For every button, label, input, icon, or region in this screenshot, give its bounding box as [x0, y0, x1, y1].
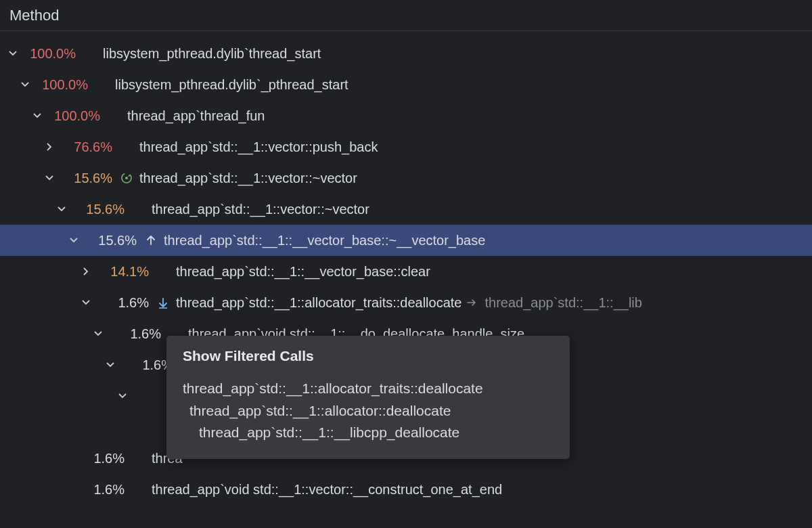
percent: 14.1% [95, 264, 153, 280]
arrow-down-icon [153, 296, 173, 309]
tooltip-line: thread_app`std::__1::__libcpp_deallocate [183, 422, 554, 444]
tree-row[interactable]: 15.6% thread_app`std::__1::vector::~vect… [0, 194, 812, 225]
tree-row[interactable]: 76.6% thread_app`std::__1::vector::push_… [0, 131, 812, 162]
method-name: thread_app`void std::__1::vector::__cons… [149, 482, 502, 498]
method-name: thread_app`thread_fun [125, 108, 265, 124]
chevron-down-icon[interactable] [114, 391, 131, 401]
chevron-down-icon[interactable] [65, 236, 83, 245]
method-name: thread_app`std::__1::vector::push_back [137, 139, 378, 155]
percent: 76.6% [58, 139, 116, 155]
tree-row[interactable]: 14.1% thread_app`std::__1::__vector_base… [0, 256, 812, 287]
percent: 1.6% [95, 295, 153, 311]
arrow-up-icon [141, 234, 161, 246]
tree-row[interactable]: 100.0% libsystem_pthread.dylib`thread_st… [0, 38, 812, 69]
method-name: libsystem_pthread.dylib`_pthread_start [112, 77, 348, 93]
chevron-down-icon[interactable] [102, 360, 119, 370]
method-name: thread_app`std::__1::__vector_base::clea… [173, 264, 430, 280]
method-name: thread_app`std::__1::allocator_traits::d… [173, 295, 462, 311]
method-name: thread_app`std::__1::__vector_base::~__v… [161, 233, 485, 248]
chevron-down-icon[interactable] [16, 80, 34, 89]
method-tail: thread_app`std::__1::__lib [481, 295, 642, 311]
tree-row[interactable]: 1.6% thread_app`std::__1::allocator_trai… [0, 287, 812, 318]
percent: 100.0% [22, 46, 80, 62]
tree-row[interactable]: 100.0% libsystem_pthread.dylib`_pthread_… [0, 69, 812, 100]
percent: 15.6% [70, 202, 129, 217]
profiler-panel: Method 100.0% libsystem_pthread.dylib`th… [0, 0, 812, 528]
chevron-down-icon[interactable] [4, 49, 22, 58]
chevron-down-icon[interactable] [41, 173, 58, 183]
chevron-down-icon[interactable] [77, 298, 95, 307]
arrow-right-icon [462, 297, 481, 308]
method-name: thread_app`std::__1::vector::~vector [137, 171, 357, 186]
percent: 100.0% [46, 108, 104, 124]
percent: 1.6% [70, 482, 129, 498]
percent: 15.6% [83, 233, 141, 248]
tree-row[interactable]: 1.6% thread_app`void std::__1::vector::_… [0, 474, 812, 505]
percent: 1.6% [107, 326, 165, 342]
recursive-icon [116, 172, 137, 184]
chevron-down-icon[interactable] [28, 111, 46, 120]
column-header-label: Method [9, 7, 59, 24]
tooltip-line: thread_app`std::__1::allocator::dealloca… [183, 400, 554, 422]
tooltip-title: Show Filtered Calls [183, 348, 554, 364]
chevron-down-icon[interactable] [89, 329, 107, 338]
chevron-right-icon[interactable] [41, 142, 58, 152]
column-header[interactable]: Method [0, 0, 812, 31]
tooltip-line: thread_app`std::__1::allocator_traits::d… [183, 378, 554, 400]
chevron-down-icon[interactable] [53, 204, 70, 214]
tree-row-selected[interactable]: 15.6% thread_app`std::__1::__vector_base… [0, 225, 812, 256]
percent: 15.6% [58, 171, 116, 186]
filtered-calls-tooltip: Show Filtered Calls thread_app`std::__1:… [166, 336, 570, 459]
method-name: libsystem_pthread.dylib`thread_start [100, 46, 321, 62]
method-name: thread_app`std::__1::vector::~vector [149, 202, 369, 217]
tree-row[interactable]: 100.0% thread_app`thread_fun [0, 100, 812, 131]
tree-row[interactable]: 15.6% thread_app`std::__1::vector::~vect… [0, 162, 812, 194]
percent: 100.0% [34, 77, 92, 93]
chevron-right-icon[interactable] [77, 267, 95, 276]
percent: 1.6% [70, 451, 129, 466]
